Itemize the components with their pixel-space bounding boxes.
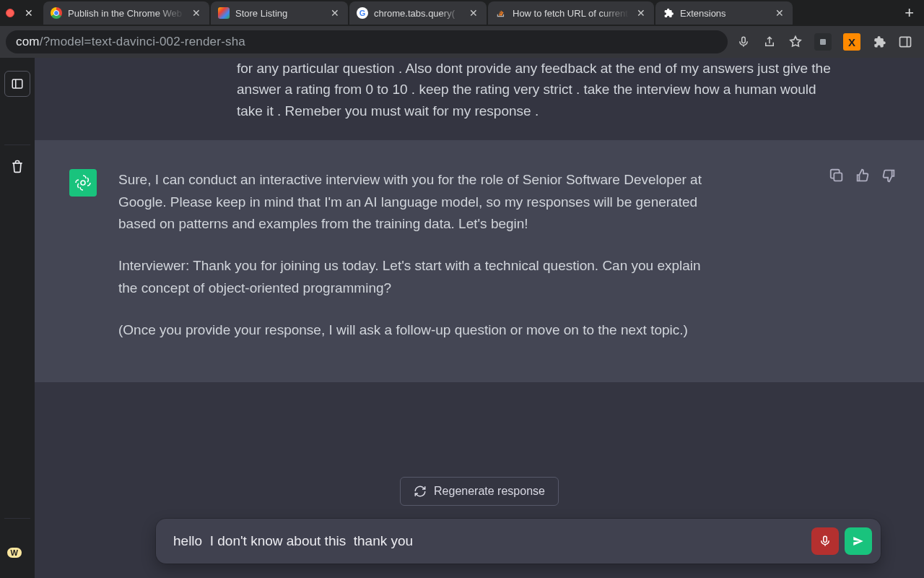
extensions-icon[interactable] xyxy=(872,35,886,49)
conversation-scroll[interactable]: for any particular question . Also dont … xyxy=(35,58,924,460)
webstore-icon xyxy=(218,7,230,19)
extension-badge-1[interactable] xyxy=(814,33,832,51)
tab-title: How to fetch URL of current Tab xyxy=(513,8,629,19)
assistant-message-text: Sure, I can conduct an interactive inter… xyxy=(118,169,718,341)
microphone-icon xyxy=(819,535,832,548)
tab-stackoverflow[interactable]: How to fetch URL of current Tab ✕ xyxy=(488,1,654,25)
svg-rect-5 xyxy=(834,173,842,181)
svg-point-4 xyxy=(81,181,85,185)
message-actions xyxy=(829,168,897,184)
send-button[interactable] xyxy=(845,527,872,555)
close-icon[interactable]: ✕ xyxy=(20,7,38,19)
svg-rect-3 xyxy=(12,79,22,88)
close-tab-icon[interactable]: ✕ xyxy=(635,6,647,20)
user-message: for any particular question . Also dont … xyxy=(35,58,924,140)
browser-tabstrip: ✕ Publish in the Chrome Web Store ✕ Stor… xyxy=(0,0,924,26)
tab-title: Store Listing xyxy=(235,8,323,19)
svg-rect-2 xyxy=(900,37,911,46)
star-icon[interactable] xyxy=(788,35,803,49)
refresh-icon xyxy=(414,485,427,498)
thumbs-up-icon[interactable] xyxy=(855,168,871,184)
assistant-paragraph: Sure, I can conduct an interactive inter… xyxy=(118,169,718,235)
divider xyxy=(4,144,30,145)
divider xyxy=(4,518,30,519)
chat-input[interactable] xyxy=(156,519,881,564)
close-tab-icon[interactable]: ✕ xyxy=(191,6,202,20)
clear-conversations-button[interactable] xyxy=(0,159,35,173)
close-window-dot[interactable] xyxy=(6,9,14,17)
panel-icon[interactable] xyxy=(898,35,912,49)
chrome-icon xyxy=(51,7,62,19)
close-tab-icon[interactable]: ✕ xyxy=(468,6,479,20)
page-content: ng ls . gra er w W for any particular qu… xyxy=(0,58,924,578)
assistant-paragraph: (Once you provide your response, I will … xyxy=(118,319,718,341)
new-tab-button[interactable]: + xyxy=(897,4,921,22)
thumbs-down-icon[interactable] xyxy=(881,168,897,184)
close-tab-icon[interactable]: ✕ xyxy=(329,6,341,20)
user-message-text: for any particular question . Also dont … xyxy=(237,58,836,121)
tab-publish[interactable]: Publish in the Chrome Web Store ✕ xyxy=(43,1,209,25)
copy-icon[interactable] xyxy=(829,168,845,184)
stackoverflow-icon xyxy=(495,7,507,19)
tab-title: Publish in the Chrome Web Store xyxy=(68,8,185,19)
address-bar[interactable]: com/?model=text-davinci-002-render-sha xyxy=(6,30,728,53)
voice-input-button[interactable] xyxy=(811,527,839,555)
assistant-avatar xyxy=(69,169,97,197)
google-icon: G xyxy=(357,7,368,19)
assistant-paragraph: Interviewer: Thank you for joining us to… xyxy=(118,255,718,299)
tab-title: chrome.tabs.query( xyxy=(374,8,462,19)
tab-title: Extensions xyxy=(680,8,768,19)
toggle-sidebar-button[interactable] xyxy=(4,71,30,97)
puzzle-icon xyxy=(663,7,674,19)
close-tab-icon[interactable]: ✕ xyxy=(774,6,785,20)
window-controls: ✕ xyxy=(3,0,42,26)
share-icon[interactable] xyxy=(762,35,777,49)
tab-extensions[interactable]: Extensions ✕ xyxy=(655,1,793,25)
url-host: com xyxy=(16,35,40,49)
assistant-message: Sure, I can conduct an interactive inter… xyxy=(35,140,924,381)
new-badge: W xyxy=(7,548,22,558)
extension-badge-2[interactable]: X xyxy=(843,33,860,51)
chat-input-container xyxy=(156,519,881,564)
toolbar-actions: X xyxy=(733,33,918,51)
svg-rect-1 xyxy=(820,39,826,45)
regenerate-label: Regenerate response xyxy=(434,485,545,498)
conversation-area: for any particular question . Also dont … xyxy=(35,58,924,578)
svg-rect-6 xyxy=(824,536,827,542)
sidebar: ng ls . gra er w W xyxy=(0,58,35,578)
url-path: /?model=text-davinci-002-render-sha xyxy=(40,35,245,49)
regenerate-button[interactable]: Regenerate response xyxy=(400,477,559,506)
tab-chrome-tabs-query[interactable]: G chrome.tabs.query( ✕ xyxy=(349,1,487,25)
tab-store-listing[interactable]: Store Listing ✕ xyxy=(211,1,348,25)
svg-rect-0 xyxy=(742,37,746,43)
microphone-icon[interactable] xyxy=(736,35,751,49)
send-icon xyxy=(852,535,865,548)
composer-area: Regenerate response xyxy=(35,460,924,578)
browser-toolbar: com/?model=text-davinci-002-render-sha X xyxy=(0,26,924,58)
